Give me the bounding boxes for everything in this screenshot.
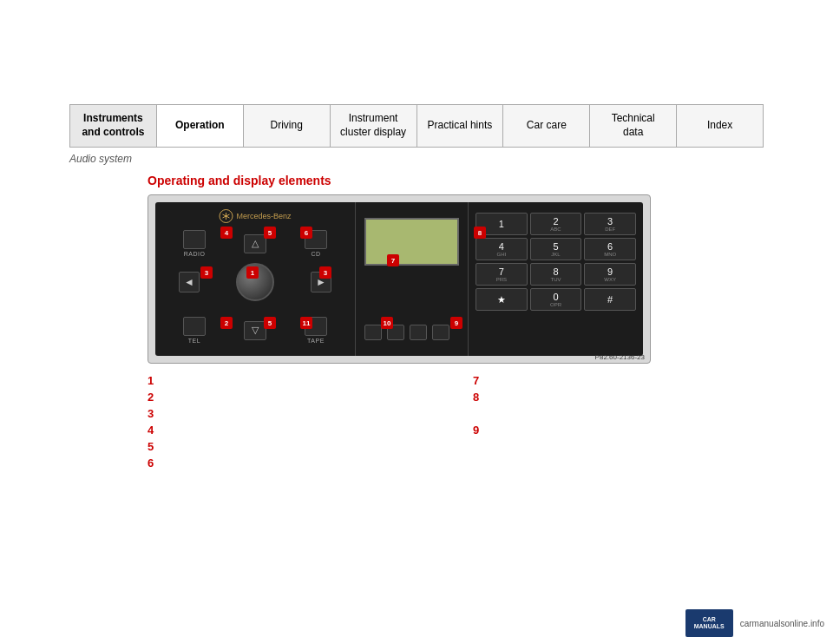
radio-left-panel: Mercedes-Benz RADIO △ CD <box>155 202 355 356</box>
radio-center-panel <box>355 202 468 356</box>
legend-item-4: 4 <box>148 424 438 437</box>
navigation-bar: Instruments and controls Operation Drivi… <box>69 104 764 148</box>
nav-index[interactable]: Index <box>677 105 763 147</box>
badge-8: 8 <box>474 227 486 239</box>
radio-faceplate: Mercedes-Benz RADIO △ CD <box>155 202 643 356</box>
nav-car-care[interactable]: Car care <box>503 105 590 147</box>
watermark: CARMANUALS carmanualsonline.info <box>685 609 824 637</box>
key-2[interactable]: 2 ABC <box>530 213 582 235</box>
badge-2: 2 <box>220 317 233 329</box>
func-btn-3[interactable] <box>410 325 427 340</box>
key-3[interactable]: 3 DEF <box>584 213 636 235</box>
nav-instruments[interactable]: Instruments and controls <box>70 105 157 147</box>
legend-item-3: 3 <box>148 407 438 420</box>
legend-item-empty-2 <box>473 440 764 453</box>
keypad-grid: 1 2 ABC 3 DEF 4 GHI 5 JKL <box>476 213 636 311</box>
func-btn-1[interactable] <box>364 325 382 340</box>
tel-btn-group: TEL <box>183 317 206 344</box>
mercedes-star-icon <box>219 209 233 223</box>
badge-1: 1 <box>246 266 259 279</box>
key-4[interactable]: 4 GHI <box>476 238 528 260</box>
mercedes-brand: Mercedes-Benz <box>219 209 291 223</box>
func-btn-4[interactable] <box>432 325 449 340</box>
nav-practical[interactable]: Practical hints <box>417 105 504 147</box>
tel-button[interactable] <box>183 317 206 336</box>
radio-diagram: Mercedes-Benz RADIO △ CD <box>148 194 651 364</box>
legend-item-6: 6 <box>148 457 438 470</box>
key-0[interactable]: 0 OPR <box>530 288 582 311</box>
nav-operation[interactable]: Operation <box>157 105 244 147</box>
key-6[interactable]: 6 MNO <box>584 238 636 260</box>
nav-technical[interactable]: Technical data <box>590 105 677 147</box>
badge-9: 9 <box>450 317 462 329</box>
key-7[interactable]: 7 PRS <box>476 263 528 286</box>
badge-3-right: 3 <box>319 266 331 279</box>
badge-10: 10 <box>381 317 393 329</box>
radio-btn-group: RADIO <box>183 230 206 257</box>
legend-item-empty-3 <box>473 457 764 470</box>
key-5[interactable]: 5 JKL <box>530 238 582 260</box>
badge-7: 7 <box>387 254 399 266</box>
image-reference: P82.60-2136-23 <box>595 353 645 361</box>
legend-item-empty-1 <box>473 407 764 420</box>
badge-6: 6 <box>300 227 312 239</box>
radio-display <box>364 218 459 266</box>
nav-instrument-cluster[interactable]: Instrument cluster display <box>331 105 417 147</box>
radio-keypad-panel: 1 2 ABC 3 DEF 4 GHI 5 JKL <box>468 202 643 356</box>
key-hash[interactable]: # <box>584 288 636 311</box>
legend-item-2: 2 <box>148 391 438 404</box>
key-star[interactable]: ★ <box>476 288 528 311</box>
legend-item-8: 8 <box>473 391 764 404</box>
radio-button[interactable] <box>183 230 206 249</box>
badge-3-left: 3 <box>200 266 213 279</box>
key-8[interactable]: 8 TUV <box>530 263 582 286</box>
legend-item-5: 5 <box>148 440 438 453</box>
key-9[interactable]: 9 WXY <box>584 263 636 286</box>
badge-4: 4 <box>220 227 233 239</box>
legend-item-7: 7 <box>473 374 764 387</box>
bottom-controls-row: TEL ▽ TAPE <box>155 317 355 344</box>
badge-5-top: 5 <box>264 227 276 239</box>
legend-area: 1 7 2 8 3 4 9 5 6 <box>148 374 764 470</box>
function-buttons <box>364 325 449 340</box>
legend-item-1: 1 <box>148 374 438 387</box>
top-controls-row: RADIO △ CD <box>155 230 355 257</box>
prev-button[interactable]: ◄ <box>179 272 200 292</box>
badge-11: 11 <box>300 317 312 329</box>
badge-5-bot: 5 <box>264 317 276 329</box>
nav-driving[interactable]: Driving <box>244 105 331 147</box>
watermark-logo: CARMANUALS <box>685 609 733 637</box>
legend-item-9: 9 <box>473 424 764 437</box>
section-heading: Operating and display elements <box>148 174 764 187</box>
breadcrumb: Audio system <box>69 153 764 165</box>
